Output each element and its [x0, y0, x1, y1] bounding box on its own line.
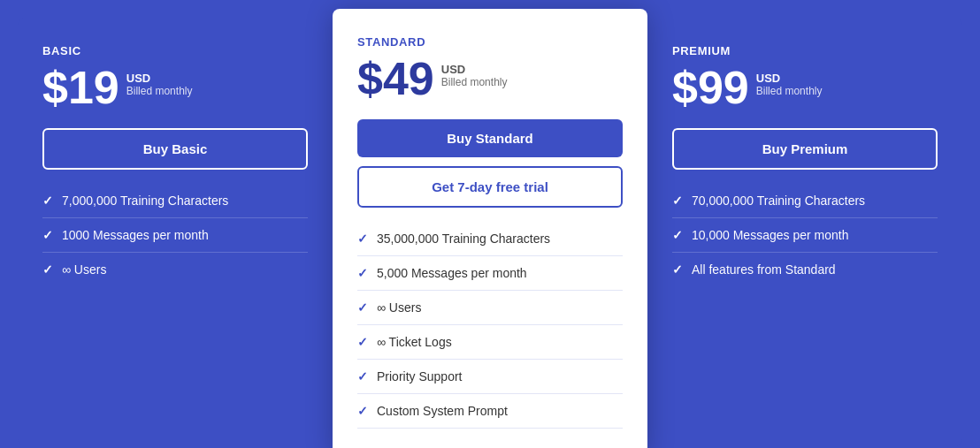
feature-text: 1000 Messages per month	[62, 228, 209, 242]
check-icon: ✓	[42, 262, 53, 277]
feature-text: 70,000,000 Training Characters	[692, 194, 865, 208]
price-row-standard: $49 USD Billed monthly	[357, 56, 623, 102]
feature-item: ✓ 70,000,000 Training Characters	[672, 184, 938, 218]
plan-name-premium: PREMIUM	[672, 44, 938, 57]
check-icon: ✓	[357, 232, 368, 246]
plan-card-basic: BASIC $19 USD Billed monthly Buy Basic ✓…	[18, 18, 333, 446]
feature-item: ✓ 1000 Messages per month	[42, 218, 308, 253]
feature-text: Priority Support	[377, 369, 462, 383]
feature-item: ✓ 5,000 Messages per month	[357, 256, 623, 291]
feature-item: ✓ 35,000,000 Training Characters	[357, 222, 623, 256]
billing-basic: Billed monthly	[126, 85, 193, 97]
currency-standard: USD	[441, 63, 508, 76]
billing-premium: Billed monthly	[756, 85, 823, 97]
feature-text: ∞ Ticket Logs	[377, 335, 452, 349]
buy-basic-button[interactable]: Buy Basic	[42, 128, 308, 170]
feature-item: ✓ 10,000 Messages per month	[672, 218, 938, 253]
feature-text: 7,000,000 Training Characters	[62, 194, 228, 208]
plan-name-basic: BASIC	[42, 44, 308, 57]
feature-text: All features from Standard	[692, 262, 836, 277]
feature-text: ∞ Users	[62, 262, 106, 277]
feature-item: ✓ All features from Standard	[672, 253, 938, 286]
buy-standard-button[interactable]: Buy Standard	[357, 119, 623, 157]
check-icon: ✓	[42, 194, 53, 208]
check-icon: ✓	[672, 262, 683, 277]
plan-card-premium: PREMIUM $99 USD Billed monthly Buy Premi…	[647, 18, 962, 446]
billing-standard: Billed monthly	[441, 76, 508, 88]
feature-item: ✓ Priority Support	[357, 360, 623, 394]
price-meta-premium: USD Billed monthly	[756, 65, 823, 97]
plan-card-standard: STANDARD $49 USD Billed monthly Buy Stan…	[333, 9, 647, 448]
price-meta-standard: USD Billed monthly	[441, 56, 508, 88]
check-icon: ✓	[357, 300, 368, 315]
features-list-standard: ✓ 35,000,000 Training Characters ✓ 5,000…	[357, 222, 623, 429]
plan-name-standard: STANDARD	[357, 35, 623, 49]
feature-item: ✓ ∞ Users	[42, 253, 308, 286]
check-icon: ✓	[357, 335, 368, 349]
features-list-basic: ✓ 7,000,000 Training Characters ✓ 1000 M…	[42, 184, 308, 286]
price-amount-premium: $99	[672, 65, 749, 110]
check-icon: ✓	[357, 369, 368, 383]
buy-premium-button[interactable]: Buy Premium	[672, 128, 938, 170]
feature-item: ✓ Custom System Prompt	[357, 394, 623, 429]
price-row-premium: $99 USD Billed monthly	[672, 65, 938, 110]
price-row-basic: $19 USD Billed monthly	[42, 65, 308, 110]
price-amount-standard: $49	[357, 56, 434, 102]
price-amount-basic: $19	[42, 65, 119, 110]
features-list-premium: ✓ 70,000,000 Training Characters ✓ 10,00…	[672, 184, 938, 286]
feature-text: 10,000 Messages per month	[692, 228, 848, 242]
feature-text: ∞ Users	[377, 300, 421, 315]
trial-standard-button[interactable]: Get 7-day free trial	[357, 166, 623, 208]
feature-text: 5,000 Messages per month	[377, 266, 527, 280]
check-icon: ✓	[357, 404, 368, 418]
feature-item: ✓ ∞ Users	[357, 291, 623, 325]
feature-item: ✓ 7,000,000 Training Characters	[42, 184, 308, 218]
price-meta-basic: USD Billed monthly	[126, 65, 193, 97]
currency-premium: USD	[756, 72, 823, 85]
check-icon: ✓	[357, 266, 368, 280]
pricing-container: BASIC $19 USD Billed monthly Buy Basic ✓…	[18, 18, 962, 446]
check-icon: ✓	[672, 228, 683, 242]
check-icon: ✓	[42, 228, 53, 242]
feature-text: Custom System Prompt	[377, 404, 508, 418]
check-icon: ✓	[672, 194, 683, 208]
feature-item: ✓ ∞ Ticket Logs	[357, 325, 623, 360]
feature-text: 35,000,000 Training Characters	[377, 232, 550, 246]
currency-basic: USD	[126, 72, 193, 85]
